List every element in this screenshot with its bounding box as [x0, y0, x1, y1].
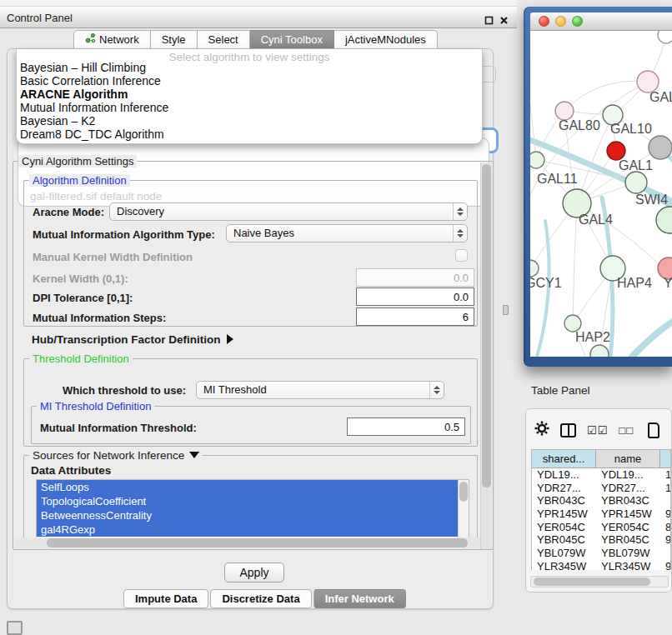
- tab-infer-network[interactable]: Infer Network: [313, 589, 406, 608]
- table-row[interactable]: YBR043CYBR043C: [532, 494, 670, 508]
- node-attribute-table[interactable]: shared...nameAYDL19...YDL19...13YDR27...…: [531, 449, 671, 570]
- tab-impute-data[interactable]: Impute Data: [123, 589, 208, 608]
- cyni-toolbox-panel: gal-filtered.sif default node Select alg…: [7, 48, 494, 609]
- table-cell: YBR043C: [532, 494, 596, 508]
- table-cell: YPR145W: [596, 508, 660, 521]
- dropdown-item[interactable]: Dream8 DC_TDC Algorithm: [17, 128, 482, 141]
- table-row[interactable]: YER054CYER054C8.: [532, 521, 670, 534]
- cyni-settings-group-title: Cyni Algorithm Settings: [18, 155, 137, 168]
- table-cell: YBR043C: [596, 494, 660, 508]
- hub-definition-toggle[interactable]: Hub/Transcription Factor Definition: [32, 333, 233, 346]
- network-node-label: GCY1: [530, 276, 562, 290]
- table-row[interactable]: YBL079WYBL079W: [532, 547, 670, 560]
- split-panes-icon[interactable]: [560, 423, 576, 438]
- dpi-tolerance-input[interactable]: [356, 288, 474, 306]
- gear-icon[interactable]: [534, 421, 549, 439]
- zoom-traffic-light-icon[interactable]: [572, 16, 583, 27]
- data-attributes-list[interactable]: SelfLoopsTopologicalCoefficientBetweenne…: [36, 479, 469, 541]
- dropdown-item[interactable]: Mutual Information Inference: [17, 101, 482, 114]
- network-edge[interactable]: [530, 81, 536, 160]
- data-attributes-label: Data Attributes: [31, 464, 111, 477]
- dropdown-item[interactable]: ARACNE Algorithm: [17, 88, 482, 101]
- table-horizontal-scrollbar[interactable]: [530, 576, 669, 588]
- algorithm-definition-group: Algorithm Definition Aracne Mode: Discov…: [23, 180, 478, 327]
- network-node[interactable]: [658, 31, 672, 43]
- attribute-list-item[interactable]: SelfLoops: [37, 480, 458, 494]
- network-edge[interactable]: [573, 203, 577, 323]
- scrollbar-thumb[interactable]: [482, 164, 491, 488]
- table-cell: 9.: [660, 508, 671, 521]
- manual-kernel-checkbox[interactable]: [455, 249, 468, 262]
- network-node-gal11[interactable]: [530, 152, 544, 168]
- table-cell: 13: [660, 468, 671, 482]
- tab-jactivemnodules[interactable]: jActiveMNodules: [334, 30, 438, 49]
- attribute-list-item[interactable]: TopologicalCoefficient: [37, 494, 458, 508]
- control-panel-title: Control Panel: [7, 12, 73, 24]
- network-node-hap2[interactable]: [564, 315, 581, 332]
- tab-cyni-toolbox[interactable]: Cyni Toolbox: [250, 30, 334, 49]
- table-row[interactable]: YBR045CYBR045C9.: [532, 533, 670, 547]
- network-window-titlebar[interactable]: [530, 12, 672, 31]
- network-node[interactable]: [649, 136, 672, 159]
- network-edge[interactable]: [632, 321, 672, 357]
- mi-threshold-label: Mutual Information Threshold:: [40, 422, 197, 434]
- tab-discretize-data[interactable]: Discretize Data: [210, 589, 311, 608]
- document-icon[interactable]: [648, 422, 659, 438]
- mi-type-value: Naive Bayes: [233, 227, 294, 239]
- table-row[interactable]: YLR345WYLR345W9.: [532, 560, 670, 570]
- algorithm-dropdown-header: Select algorithm to view settings: [17, 49, 482, 61]
- settings-vertical-scrollbar[interactable]: [480, 162, 492, 549]
- close-traffic-light-icon[interactable]: [539, 16, 549, 27]
- minimize-traffic-light-icon[interactable]: [555, 16, 566, 27]
- table-header-row: shared...nameA: [532, 450, 670, 468]
- mi-threshold-input[interactable]: [347, 418, 465, 436]
- table-toolbar: ☑☑ □□: [534, 418, 671, 442]
- network-node[interactable]: [590, 345, 609, 357]
- column-header[interactable]: name: [596, 450, 660, 468]
- tab-label: Discretize Data: [222, 590, 299, 608]
- column-header[interactable]: A: [660, 450, 671, 468]
- mi-steps-input[interactable]: [356, 308, 474, 326]
- panel-resize-grip[interactable]: [503, 305, 509, 315]
- network-node-gcy1[interactable]: [530, 260, 539, 277]
- minimized-panel-icon[interactable]: [7, 621, 23, 635]
- aracne-mode-combo[interactable]: Discovery: [109, 202, 468, 221]
- tab-select[interactable]: Select: [198, 30, 250, 49]
- network-node-label: GAL4: [579, 212, 613, 227]
- table-row[interactable]: YPR145WYPR145W9.: [532, 508, 670, 521]
- network-node[interactable]: [656, 207, 672, 233]
- network-node-gal80[interactable]: [555, 102, 574, 120]
- table-cell: YPR145W: [532, 508, 596, 521]
- network-node-label: HAP2: [575, 330, 610, 344]
- network-canvas[interactable]: GALGAL80GAL10GAL1GAL11SWI4GAL4GCY1HAP4YH…: [530, 31, 672, 357]
- apply-button[interactable]: Apply: [224, 562, 284, 582]
- unchecked-columns-icon[interactable]: □□: [619, 424, 634, 437]
- table-row[interactable]: YDR27...YDR27...12: [532, 482, 670, 495]
- close-icon[interactable]: [499, 13, 509, 28]
- network-node-swi4[interactable]: [625, 172, 647, 193]
- which-threshold-combo[interactable]: MI Threshold: [196, 381, 444, 399]
- network-edge[interactable]: [564, 81, 648, 111]
- attribute-list-item[interactable]: gal4RGexp: [37, 522, 458, 537]
- dropdown-item[interactable]: Bayesian – K2: [17, 114, 482, 128]
- mi-type-combo[interactable]: Naive Bayes: [226, 224, 468, 242]
- settings-horizontal-scrollbar[interactable]: [15, 538, 480, 548]
- table-panel: ☑☑ □□ shared...nameAYDL19...YDL19...13YD…: [525, 408, 672, 592]
- scrollbar-thumb[interactable]: [534, 578, 650, 586]
- scrollbar-thumb[interactable]: [459, 482, 468, 502]
- attribute-list-item[interactable]: BetweennessCentrality: [37, 508, 458, 522]
- scrollbar-thumb[interactable]: [47, 538, 468, 548]
- dropdown-item[interactable]: Basic Correlation Inference: [17, 74, 482, 88]
- tab-network[interactable]: Network: [73, 30, 151, 49]
- table-cell: [660, 494, 671, 508]
- table-row[interactable]: YDL19...YDL19...13: [532, 468, 670, 482]
- tab-style[interactable]: Style: [151, 30, 198, 49]
- column-header[interactable]: shared...: [532, 450, 596, 468]
- attributes-vertical-scrollbar[interactable]: [458, 480, 469, 540]
- tab-label: Impute Data: [135, 590, 197, 608]
- network-node-gal1[interactable]: [607, 142, 625, 160]
- checked-columns-icon[interactable]: ☑☑: [587, 424, 608, 437]
- float-icon[interactable]: [484, 13, 494, 28]
- kernel-width-input[interactable]: [356, 268, 474, 287]
- sources-group-toggle[interactable]: Sources for Network Inference: [29, 449, 203, 462]
